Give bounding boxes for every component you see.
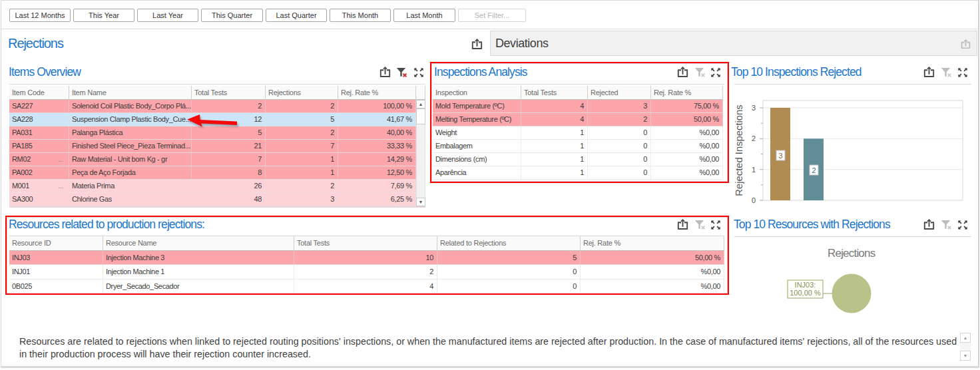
svg-text:Rejected Inspections: Rejected Inspections: [734, 104, 744, 196]
svg-text:2: 2: [812, 166, 816, 174]
svg-text:0: 0: [752, 196, 756, 204]
svg-text:3: 3: [752, 104, 756, 112]
svg-text:2: 2: [752, 134, 756, 142]
svg-text:100,00 %: 100,00 %: [790, 289, 821, 297]
svg-text:3: 3: [778, 152, 782, 160]
svg-text:1: 1: [752, 166, 756, 174]
svg-text:INJ03:: INJ03:: [795, 281, 816, 289]
